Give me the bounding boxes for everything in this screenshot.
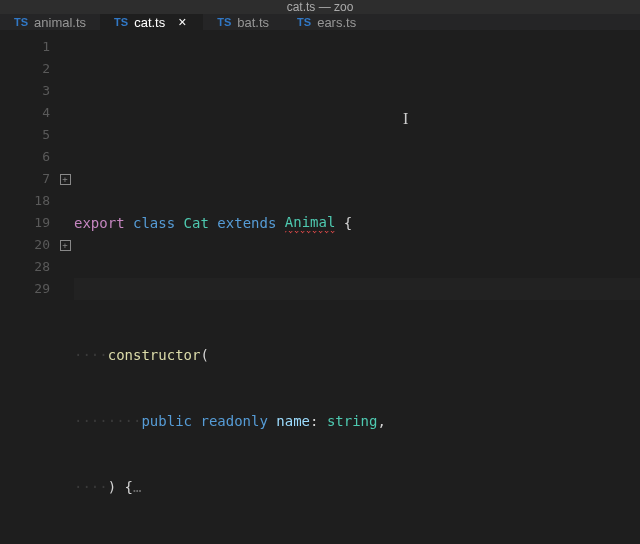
- tab-bat[interactable]: TS bat.ts: [203, 14, 283, 30]
- close-icon[interactable]: ×: [175, 14, 189, 30]
- line-number: 29: [0, 278, 50, 300]
- fold-gutter: + +: [56, 36, 74, 544]
- ts-icon: TS: [297, 16, 311, 28]
- folded-indicator[interactable]: …: [133, 476, 141, 498]
- tab-bar: TS animal.ts TS cat.ts × TS bat.ts TS ea…: [0, 14, 640, 30]
- line-number: 7: [0, 168, 50, 190]
- tab-label: animal.ts: [34, 15, 86, 30]
- line-number: 5: [0, 124, 50, 146]
- tab-label: ears.ts: [317, 15, 356, 30]
- line-number: 20: [0, 234, 50, 256]
- line-number: 19: [0, 212, 50, 234]
- tok: class: [133, 212, 175, 234]
- tok: constructor: [108, 344, 201, 366]
- tok: export: [74, 212, 125, 234]
- fold-icon[interactable]: +: [60, 174, 71, 185]
- tok: ) {: [108, 476, 133, 498]
- error-token: Animal: [285, 211, 336, 236]
- window-title: cat.ts — zoo: [287, 0, 354, 14]
- ts-icon: TS: [217, 16, 231, 28]
- tok: name: [276, 410, 310, 432]
- tab-cat[interactable]: TS cat.ts ×: [100, 14, 203, 30]
- tok: ,: [377, 410, 385, 432]
- tab-label: bat.ts: [237, 15, 269, 30]
- tok: (: [200, 344, 208, 366]
- tok: extends: [217, 212, 276, 234]
- tok: string: [327, 410, 378, 432]
- line-gutter: 1 2 3 4 5 6 7 18 19 20 28 29: [0, 36, 56, 544]
- editor[interactable]: 1 2 3 4 5 6 7 18 19 20 28 29 + + export …: [0, 30, 640, 544]
- ts-icon: TS: [114, 16, 128, 28]
- fold-icon[interactable]: +: [60, 240, 71, 251]
- tab-animal[interactable]: TS animal.ts: [0, 14, 100, 30]
- line-number: 1: [0, 36, 50, 58]
- titlebar: cat.ts — zoo: [0, 0, 640, 14]
- tab-ears[interactable]: TS ears.ts: [283, 14, 370, 30]
- ts-icon: TS: [14, 16, 28, 28]
- line-number: 18: [0, 190, 50, 212]
- line-number: 4: [0, 102, 50, 124]
- tok: :: [310, 410, 327, 432]
- tok: public: [141, 410, 192, 432]
- line-number: 3: [0, 80, 50, 102]
- tok: Cat: [184, 212, 209, 234]
- tab-label: cat.ts: [134, 15, 165, 30]
- tok: readonly: [200, 410, 267, 432]
- line-number: 28: [0, 256, 50, 278]
- line-number: 6: [0, 146, 50, 168]
- code-area[interactable]: export class Cat extends Animal { ····co…: [74, 36, 640, 544]
- line-number: 2: [0, 58, 50, 80]
- tok: {: [335, 212, 352, 234]
